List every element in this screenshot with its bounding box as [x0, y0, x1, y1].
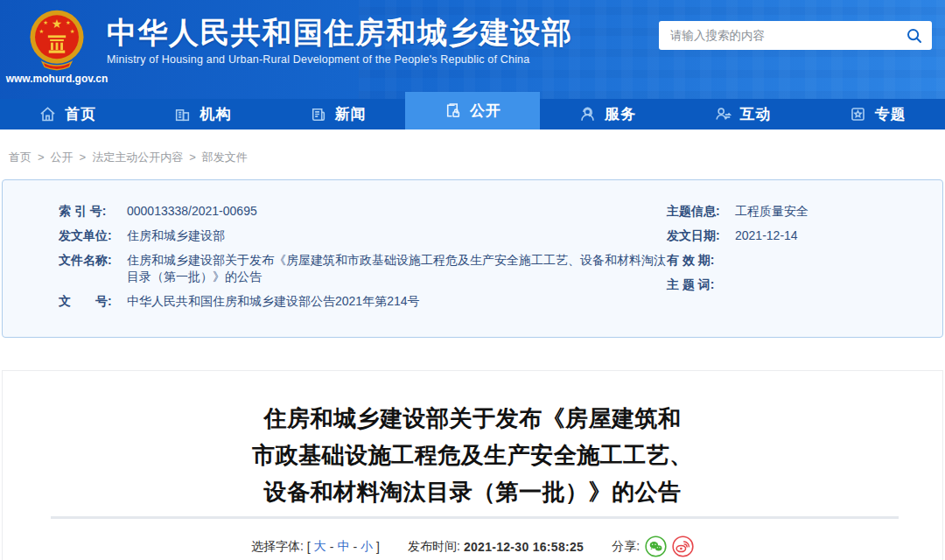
field-label: 索 引 号: [59, 203, 127, 220]
doc-info-row-issue-date: 发文日期: 2021-12-14 [667, 228, 918, 244]
share-label: 分享: [612, 539, 640, 555]
svg-text:★: ★ [70, 28, 75, 34]
search-icon[interactable] [902, 27, 932, 45]
publish-time: 发布时间: 2021-12-30 16:58:25 [408, 539, 584, 555]
nav-item-label: 新闻 [335, 104, 367, 124]
dash: - [330, 540, 334, 554]
search-input[interactable] [659, 21, 902, 50]
doc-info-row-subject-words: 主 题 词: [667, 276, 918, 293]
doc-info-row-issuing-unit: 发文单位: 住房和城乡建设部 [59, 228, 667, 244]
bracket: ] [376, 540, 380, 554]
nav-item-label: 公开 [470, 101, 501, 121]
font-size-label: 选择字体: [251, 539, 304, 555]
field-label: 主 题 词: [667, 276, 735, 293]
svg-text:★: ★ [66, 19, 71, 25]
breadcrumb-item-home[interactable]: 首页 [9, 150, 32, 165]
svg-text:★: ★ [39, 28, 45, 34]
weibo-share-icon[interactable] [672, 536, 694, 557]
nav-item-organization[interactable]: 机构 [135, 99, 270, 130]
breadcrumb-item-disclosure[interactable]: 公开 [51, 150, 74, 165]
font-size-large-button[interactable]: 大 [314, 539, 326, 555]
svg-text:★: ★ [52, 17, 62, 31]
site-title: 中华人民共和国住房和城乡建设部 [107, 15, 573, 50]
publish-time-label: 发布时间: [408, 539, 460, 555]
interaction-icon [714, 105, 732, 123]
field-label: 发文单位: [59, 228, 127, 244]
field-value: 工程质量安全 [735, 203, 918, 220]
field-label: 发文日期: [667, 228, 735, 244]
site-subtitle: Ministry of Housing and Urban-Rural Deve… [107, 53, 573, 66]
disclosure-icon [444, 102, 462, 120]
nav-item-label: 专题 [875, 104, 906, 124]
svg-text:★: ★ [43, 19, 48, 25]
field-label: 有 效 期: [667, 252, 735, 269]
news-icon [309, 105, 327, 123]
nav-item-services[interactable]: 服务 [540, 99, 675, 130]
doc-info-box: 索 引 号: 000013338/2021-00695 发文单位: 住房和城乡建… [2, 179, 943, 338]
breadcrumb-item-statutory-content[interactable]: 法定主动公开内容 [92, 150, 183, 165]
site-header: ★ ★ ★ ★ ★ www.mohurd.gov.cn 中华人民共和国住房和城乡… [0, 0, 945, 99]
nav-item-label: 首页 [65, 104, 96, 124]
doc-info-row-index-number: 索 引 号: 000013338/2021-00695 [59, 203, 667, 220]
organization-icon [173, 105, 192, 123]
nav-item-disclosure[interactable]: 公开 [405, 92, 540, 130]
field-value: 000013338/2021-00695 [127, 203, 667, 220]
doc-info-row-document-number: 文 号: 中华人民共和国住房和城乡建设部公告2021年第214号 [59, 293, 667, 310]
breadcrumb-separator: > [80, 150, 87, 164]
wechat-share-icon[interactable] [645, 536, 667, 557]
nav-item-news[interactable]: 新闻 [270, 99, 405, 130]
site-url: www.mohurd.gov.cn [6, 73, 108, 85]
nav-item-topics[interactable]: 专题 [810, 99, 945, 130]
font-size-selector: 选择字体: [ 大 - 中 - 小 ] [251, 539, 380, 555]
doc-info-row-subject-info: 主题信息: 工程质量安全 [667, 203, 918, 220]
doc-info-row-document-name: 文件名称: 住房和城乡建设部关于发布《房屋建筑和市政基础设施工程危及生产安全施工… [59, 252, 667, 285]
font-size-medium-button[interactable]: 中 [337, 539, 349, 555]
nav-item-label: 互动 [740, 104, 772, 124]
field-value: 2021-12-14 [735, 228, 918, 244]
dash: - [353, 540, 357, 554]
article-box: 住房和城乡建设部关于发布《房屋建筑和 市政基础设施工程危及生产安全施工工艺、 设… [2, 370, 943, 560]
field-label: 主题信息: [667, 203, 735, 220]
field-value [735, 276, 918, 293]
home-icon [38, 105, 57, 123]
field-value: 中华人民共和国住房和城乡建设部公告2021年第214号 [127, 293, 667, 310]
share-icons [645, 536, 694, 557]
nav-item-interaction[interactable]: 互动 [675, 99, 809, 130]
doc-info-left-column: 索 引 号: 000013338/2021-00695 发文单位: 住房和城乡建… [59, 203, 667, 337]
article-meta-bar: 选择字体: [ 大 - 中 - 小 ] 发布时间: 2021-12-30 16:… [3, 536, 942, 557]
article-title-line: 设备和材料淘汰目录（第一批）》的公告 [3, 473, 942, 510]
breadcrumb: 首页 > 公开 > 法定主动公开内容 > 部发文件 [0, 130, 945, 179]
doc-info-row-validity-period: 有 效 期: [667, 252, 918, 269]
field-label: 文 号: [59, 293, 127, 310]
field-label: 文件名称: [59, 252, 127, 285]
font-size-small-button[interactable]: 小 [360, 539, 373, 555]
share-group: 分享: [612, 536, 694, 557]
nav-item-label: 机构 [200, 104, 231, 124]
title-divider [51, 516, 899, 519]
nav-item-label: 服务 [605, 104, 636, 124]
article-title-line: 市政基础设施工程危及生产安全施工工艺、 [3, 437, 942, 473]
breadcrumb-separator: > [189, 150, 196, 164]
publish-time-value: 2021-12-30 16:58:25 [464, 540, 584, 554]
search-box [659, 21, 932, 50]
field-value [735, 252, 918, 269]
national-emblem-icon: ★ ★ ★ ★ ★ [28, 7, 86, 72]
bracket: [ [307, 540, 311, 554]
article-title-line: 住房和城乡建设部关于发布《房屋建筑和 [3, 400, 942, 437]
topic-icon [849, 105, 867, 123]
site-logo[interactable]: ★ ★ ★ ★ ★ www.mohurd.gov.cn [0, 0, 107, 85]
service-icon [578, 105, 597, 123]
article-title: 住房和城乡建设部关于发布《房屋建筑和 市政基础设施工程危及生产安全施工工艺、 设… [3, 400, 942, 510]
breadcrumb-item-current: 部发文件 [202, 150, 248, 165]
nav-item-home[interactable]: 首页 [0, 99, 135, 130]
breadcrumb-separator: > [38, 150, 45, 164]
main-navigation: 首页 机构 新闻 公开 [0, 99, 945, 130]
doc-info-right-column: 主题信息: 工程质量安全 发文日期: 2021-12-14 有 效 期: 主 题… [667, 203, 918, 337]
field-value: 住房和城乡建设部关于发布《房屋建筑和市政基础设施工程危及生产安全施工工艺、设备和… [127, 252, 667, 285]
site-titles: 中华人民共和国住房和城乡建设部 Ministry of Housing and … [107, 0, 573, 66]
field-value: 住房和城乡建设部 [127, 228, 667, 244]
